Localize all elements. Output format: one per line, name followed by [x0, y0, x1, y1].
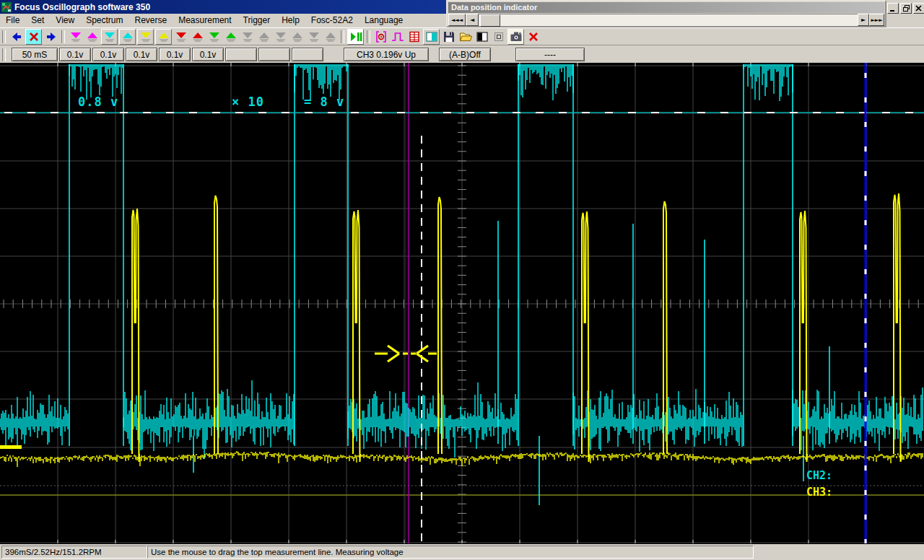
ch8-move-down-icon[interactable] — [306, 30, 321, 44]
data-position-window: Data position indicator ◄◄◄ ◄ ► ►►► — [446, 0, 886, 27]
menu-set[interactable]: Set — [25, 14, 50, 27]
minimize-view-icon[interactable] — [491, 30, 506, 44]
toolbar-separator — [61, 30, 65, 43]
status-readings: 396mS/2.52Hz/151.2RPM — [1, 546, 147, 559]
menu-language[interactable]: Language — [359, 14, 409, 27]
ch3-move-down-icon[interactable] — [137, 29, 154, 45]
ch7-scale-button[interactable] — [258, 48, 290, 61]
clear-marker-icon[interactable] — [25, 29, 42, 45]
step-right-icon[interactable] — [43, 30, 58, 44]
ch6-move-up-icon[interactable] — [256, 30, 271, 44]
toolbar-separator — [2, 30, 6, 43]
ch3-move-up-icon[interactable] — [155, 29, 172, 45]
restore-button[interactable] — [900, 3, 912, 14]
ch2-label: CH2: — [806, 469, 832, 482]
ch7-move-up-icon[interactable] — [289, 30, 305, 44]
ch5-move-up-icon[interactable] — [223, 30, 238, 44]
ch4-move-down-icon[interactable] — [173, 30, 188, 44]
invert-colors-icon[interactable] — [474, 30, 489, 44]
pulse-mode-icon[interactable] — [390, 30, 405, 44]
ch1-scale-button[interactable]: 0.1v — [59, 48, 91, 61]
ch4-move-up-icon[interactable] — [190, 30, 205, 44]
snapshot-icon[interactable] — [507, 29, 524, 45]
menu-measurement[interactable]: Measurement — [173, 14, 237, 27]
ch3-label: CH3: — [806, 486, 832, 499]
single-trigger-icon[interactable] — [373, 30, 388, 44]
ch2-move-up-icon[interactable] — [119, 29, 136, 45]
ch6-move-down-icon[interactable] — [240, 30, 255, 44]
timebase-button[interactable]: 50 mS — [12, 48, 58, 61]
ch8-move-up-icon[interactable] — [323, 30, 338, 44]
scroll-fast-right-button[interactable]: ►►► — [869, 14, 884, 26]
ab-mode-button[interactable]: (A-B)Off — [439, 48, 491, 61]
step-left-icon[interactable] — [9, 30, 24, 44]
ch3-scale-button[interactable]: 0.1v — [126, 48, 157, 61]
menu-help[interactable]: Help — [276, 14, 305, 27]
data-table-icon[interactable] — [406, 30, 422, 44]
oscilloscope-display[interactable]: 0.8 v × 10 = 8 v CH2: CH3: — [0, 63, 924, 544]
scrollbar-thumb[interactable] — [480, 14, 500, 27]
ch1-move-down-icon[interactable] — [68, 30, 83, 44]
menu-reverse[interactable]: Reverse — [129, 14, 173, 27]
menu-file[interactable]: File — [0, 14, 25, 27]
app-icon — [1, 2, 12, 12]
menu-fosc-52a2[interactable]: Fosc-52A2 — [305, 14, 359, 27]
scroll-right-button[interactable]: ► — [858, 14, 869, 26]
scrollbar-track[interactable] — [479, 14, 858, 26]
ch5-scale-button[interactable]: 0.1v — [192, 48, 224, 61]
ch2-scale-button[interactable]: 0.1v — [92, 48, 124, 61]
window-title: Focus Oscillograph software 350 — [14, 2, 150, 12]
measured-voltage-label: 0.8 v — [78, 95, 118, 109]
minimize-button[interactable] — [887, 3, 899, 14]
save-icon[interactable] — [441, 30, 456, 44]
toolbar-separator — [341, 30, 344, 43]
extra-mode-button[interactable]: ---- — [515, 48, 585, 61]
status-bar: 396mS/2.52Hz/151.2RPM Use the mouse to d… — [0, 544, 924, 560]
data-position-title: Data position indicator — [448, 2, 884, 13]
scroll-fast-left-button[interactable]: ◄◄◄ — [448, 14, 466, 26]
toolbar-separator — [2, 48, 6, 61]
trigger-setting-button[interactable]: CH3 0.196v Up — [344, 48, 429, 61]
close-button[interactable] — [913, 3, 924, 14]
ch7-move-down-icon[interactable] — [273, 30, 288, 44]
status-message: Use the mouse to drag the top measuremen… — [147, 546, 754, 559]
settings-toolbar: 50 mS0.1v0.1v0.1v0.1v0.1vCH3 0.196v Up(A… — [0, 45, 924, 64]
toolbar-separator — [367, 30, 370, 43]
ch4-scale-button[interactable]: 0.1v — [159, 48, 191, 61]
split-view-icon[interactable] — [423, 29, 440, 45]
menu-view[interactable]: View — [50, 14, 80, 27]
open-icon[interactable] — [458, 30, 473, 44]
result-voltage-label: = 8 v — [304, 95, 344, 109]
close-view-icon[interactable] — [526, 30, 541, 44]
ch8-scale-button[interactable] — [292, 48, 323, 61]
menu-spectrum[interactable]: Spectrum — [80, 14, 128, 27]
ch2-move-down-icon[interactable] — [101, 29, 118, 45]
data-position-scrollbar: ◄◄◄ ◄ ► ►►► — [448, 14, 884, 26]
ch5-move-down-icon[interactable] — [206, 30, 222, 44]
main-toolbar — [0, 27, 924, 45]
ch6-scale-button[interactable] — [225, 48, 257, 61]
run-pause-icon[interactable] — [347, 29, 364, 45]
ch1-move-up-icon[interactable] — [84, 30, 100, 44]
menu-trigger[interactable]: Trigger — [237, 14, 276, 27]
scroll-left-button[interactable]: ◄ — [466, 14, 479, 26]
probe-multiplier-label: × 10 — [232, 95, 264, 109]
window-controls — [887, 3, 924, 14]
